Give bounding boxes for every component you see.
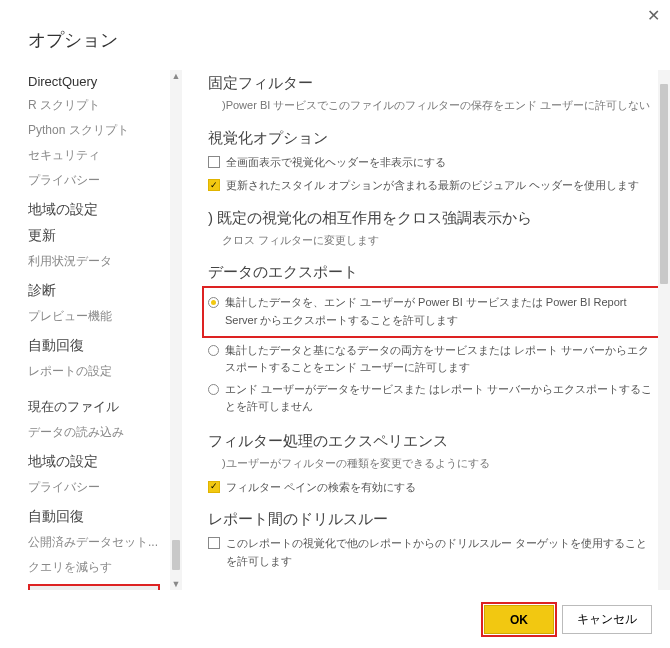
sidebar-section-current-file: 現在のファイル bbox=[28, 398, 182, 416]
checkbox-drillthrough[interactable] bbox=[208, 537, 220, 549]
section-interaction: ) 既定の視覚化の相互作用をクロス強調表示から bbox=[208, 209, 658, 228]
radio-export-summary-label: 集計したデータを、エンド ユーザーが Power BI サービスまたは Powe… bbox=[225, 294, 658, 329]
fixed-filter-desc: )Power BI サービスでこのファイルのフィルターの保存をエンド ユーザーに… bbox=[208, 97, 658, 115]
nav-reduce-queries[interactable]: クエリを減らす bbox=[28, 555, 182, 580]
nav-privacy-2[interactable]: プライバシー bbox=[28, 475, 182, 500]
close-icon[interactable]: ✕ bbox=[647, 6, 660, 25]
nav-preview-features[interactable]: プレビュー機能 bbox=[28, 304, 182, 329]
section-filter-exp: フィルター処理のエクスペリエンス bbox=[208, 432, 658, 451]
content-scroll-thumb[interactable] bbox=[660, 84, 668, 284]
nav-report-settings-selected[interactable]: レポートの設定 bbox=[28, 584, 160, 590]
scroll-up-icon[interactable]: ▲ bbox=[170, 70, 182, 82]
nav-update[interactable]: 更新 bbox=[28, 227, 182, 245]
checkbox-filter-search-label: フィルター ペインの検索を有効にする bbox=[226, 479, 658, 497]
sidebar: DirectQuery R スクリプト Python スクリプト セキュリティ … bbox=[0, 70, 182, 590]
cancel-button[interactable]: キャンセル bbox=[562, 605, 652, 634]
nav-autorecover-2[interactable]: 自動回復 bbox=[28, 508, 182, 526]
section-drillthrough: レポート間のドリルスルー bbox=[208, 510, 658, 529]
section-vis-options: 視覚化オプション bbox=[208, 129, 658, 148]
export-radio-group: 集計したデータを、エンド ユーザーが Power BI サービスまたは Powe… bbox=[208, 286, 658, 418]
section-fixed-filter: 固定フィルター bbox=[208, 74, 658, 93]
nav-region-2[interactable]: 地域の設定 bbox=[28, 453, 182, 471]
scroll-thumb[interactable] bbox=[172, 540, 180, 570]
dialog-footer: OK キャンセル bbox=[484, 605, 652, 634]
nav-data-load[interactable]: データの読み込み bbox=[28, 420, 182, 445]
sidebar-scrollbar[interactable]: ▲ ▼ bbox=[170, 70, 182, 590]
nav-r-script[interactable]: R スクリプト bbox=[28, 93, 182, 118]
options-dialog: ✕ オプション DirectQuery R スクリプト Python スクリプト… bbox=[0, 0, 670, 648]
nav-report-settings-1[interactable]: レポートの設定 bbox=[28, 359, 182, 384]
content-pane: 固定フィルター )Power BI サービスでこのファイルのフィルターの保存をエ… bbox=[182, 70, 670, 590]
nav-diagnostics[interactable]: 診断 bbox=[28, 282, 182, 300]
nav-python-script[interactable]: Python スクリプト bbox=[28, 118, 182, 143]
nav-security[interactable]: セキュリティ bbox=[28, 143, 182, 168]
section-export: データのエクスポート bbox=[208, 263, 658, 282]
interaction-sub: クロス フィルターに変更します bbox=[208, 232, 658, 250]
dialog-title: オプション bbox=[0, 0, 670, 70]
checkbox-hide-header-label: 全画面表示で視覚化ヘッダーを非表示にする bbox=[226, 154, 658, 172]
ok-button[interactable]: OK bbox=[484, 605, 554, 634]
radio-export-none-label: エンド ユーザーがデータをサービスまた はレポート サーバーからエクスポートする… bbox=[225, 381, 658, 416]
checkbox-filter-search[interactable]: ✓ bbox=[208, 481, 220, 493]
nav-usage-data[interactable]: 利用状況データ bbox=[28, 249, 182, 274]
nav-region[interactable]: 地域の設定 bbox=[28, 201, 182, 219]
nav-privacy[interactable]: プライバシー bbox=[28, 168, 182, 193]
checkbox-modern-header[interactable]: ✓ bbox=[208, 179, 220, 191]
radio-export-summary[interactable] bbox=[208, 297, 219, 308]
nav-autorecover[interactable]: 自動回復 bbox=[28, 337, 182, 355]
filter-exp-desc: )ユーザーがフィルターの種類を変更できるようにする bbox=[208, 455, 658, 473]
dialog-body: DirectQuery R スクリプト Python スクリプト セキュリティ … bbox=[0, 70, 670, 590]
checkbox-drillthrough-label: このレポートの視覚化で他のレポートからのドリルスルー ターゲットを使用することを… bbox=[226, 535, 658, 570]
nav-published-dataset[interactable]: 公開済みデータセット... bbox=[28, 530, 182, 555]
scroll-down-icon[interactable]: ▼ bbox=[170, 578, 182, 590]
export-highlight-box: 集計したデータを、エンド ユーザーが Power BI サービスまたは Powe… bbox=[202, 286, 664, 337]
content-scrollbar[interactable] bbox=[658, 70, 670, 590]
radio-export-all[interactable] bbox=[208, 345, 219, 356]
sidebar-heading: DirectQuery bbox=[28, 74, 182, 89]
checkbox-hide-header[interactable] bbox=[208, 156, 220, 168]
radio-export-all-label: 集計したデータと基になるデータの両方をサービスまたは レポート サーバーからエク… bbox=[225, 342, 658, 377]
checkbox-modern-header-label: 更新されたスタイル オプションが含まれる最新のビジュアル ヘッダーを使用します bbox=[226, 177, 658, 195]
radio-export-none[interactable] bbox=[208, 384, 219, 395]
